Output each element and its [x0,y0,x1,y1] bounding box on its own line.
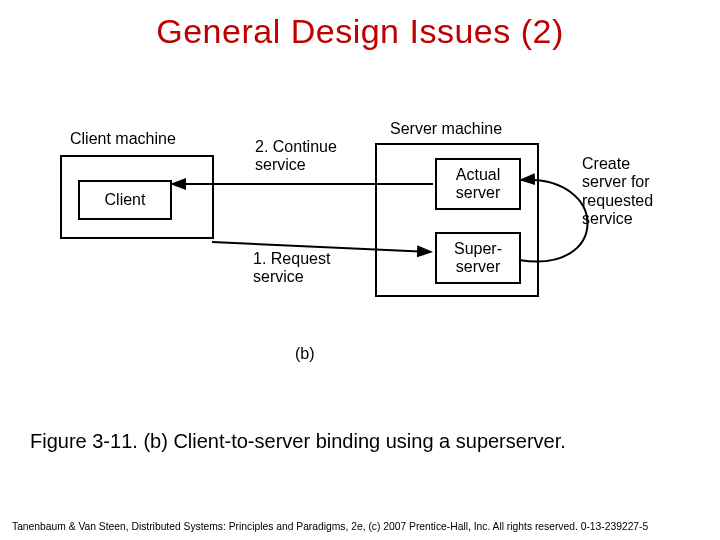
slide-title: General Design Issues (2) [0,12,720,51]
diagram: Client machine Server machine Client Act… [50,130,670,390]
footer-citation: Tanenbaum & Van Steen, Distributed Syste… [12,521,712,532]
figure-caption: Figure 3-11. (b) Client-to-server bindin… [30,430,690,453]
arrows-svg [50,130,670,390]
slide: General Design Issues (2) Client machine… [0,0,720,540]
svg-line-1 [212,242,431,252]
